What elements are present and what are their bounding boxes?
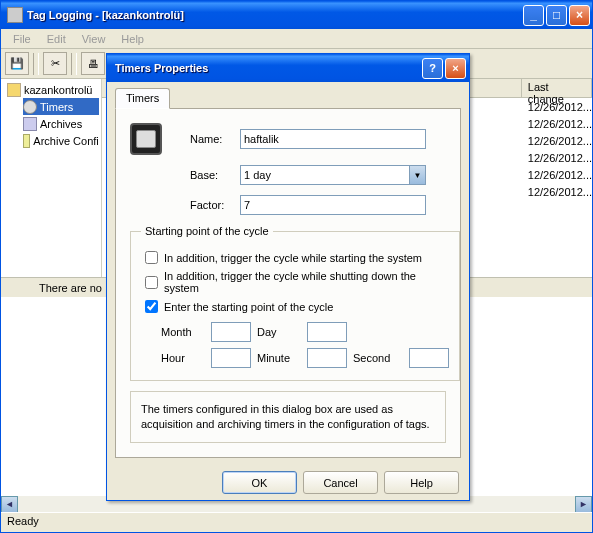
ok-button[interactable]: OK — [222, 471, 297, 494]
second-field[interactable] — [409, 348, 449, 368]
day-field[interactable] — [307, 322, 347, 342]
tree-root[interactable]: kazankontrolü — [7, 81, 99, 98]
tab-timers[interactable]: Timers — [115, 88, 170, 109]
printer-icon: 🖶 — [88, 58, 99, 70]
dialog-titlebar[interactable]: Timers Properties ? × — [107, 54, 469, 82]
factor-field[interactable] — [240, 195, 426, 215]
cancel-button[interactable]: Cancel — [303, 471, 378, 494]
tree-panel[interactable]: kazankontrolü Timers Archives Archive Co… — [1, 79, 102, 277]
trigger-shutdown-label: In addition, trigger the cycle while shu… — [164, 270, 449, 294]
scissors-icon: ✂ — [51, 57, 60, 70]
enter-start-checkbox[interactable] — [145, 300, 158, 313]
group-legend: Starting point of the cycle — [141, 225, 273, 237]
col-last-change[interactable]: Last change — [522, 79, 592, 97]
dialog-body: Timers Name: Base: ▼ Factor: Starting po… — [107, 82, 469, 466]
name-label: Name: — [190, 133, 240, 145]
app-icon — [7, 7, 23, 23]
status-text: Ready — [7, 515, 39, 527]
dialog-title: Timers Properties — [115, 62, 422, 74]
maximize-button[interactable]: □ — [546, 5, 567, 26]
archive-icon — [23, 117, 37, 131]
scroll-left-button[interactable]: ◄ — [1, 496, 18, 513]
base-value[interactable] — [240, 165, 409, 185]
clock-icon — [23, 100, 37, 114]
tree-timers[interactable]: Timers — [23, 98, 99, 115]
hour-label: Hour — [161, 352, 205, 364]
floppy-icon: 💾 — [10, 57, 24, 70]
row-date: 12/26/2012... — [522, 152, 592, 164]
scroll-right-button[interactable]: ► — [575, 496, 592, 513]
info-note: The timers configured in this dialog box… — [130, 391, 446, 443]
menu-edit[interactable]: Edit — [39, 31, 74, 47]
base-dropdown[interactable]: ▼ — [240, 165, 426, 185]
cut-button[interactable]: ✂ — [43, 52, 67, 75]
status-bar: Ready — [1, 512, 592, 532]
print-button[interactable]: 🖶 — [81, 52, 105, 75]
enter-start-label: Enter the starting point of the cycle — [164, 301, 333, 313]
tree-archives[interactable]: Archives — [23, 115, 99, 132]
help-button[interactable]: Help — [384, 471, 459, 494]
row-date: 12/26/2012... — [522, 118, 592, 130]
dialog-close-button[interactable]: × — [445, 58, 466, 79]
menu-help[interactable]: Help — [113, 31, 152, 47]
tree-root-label: kazankontrolü — [24, 84, 93, 96]
save-button[interactable]: 💾 — [5, 52, 29, 75]
row-date: 12/26/2012... — [522, 101, 592, 113]
config-icon — [23, 134, 30, 148]
dialog-help-button[interactable]: ? — [422, 58, 443, 79]
menubar: File Edit View Help — [1, 29, 592, 49]
dialog-tabstrip: Timers — [115, 88, 461, 109]
starting-point-group: Starting point of the cycle In addition,… — [130, 225, 460, 381]
tree-archives-label: Archives — [40, 118, 82, 130]
trigger-shutdown-checkbox[interactable] — [145, 276, 158, 289]
tab-page: Name: Base: ▼ Factor: Starting point of … — [115, 109, 461, 458]
name-field[interactable] — [240, 129, 426, 149]
message-text: There are no — [39, 282, 102, 294]
base-label: Base: — [190, 169, 240, 181]
tree-timers-label: Timers — [40, 101, 73, 113]
menu-file[interactable]: File — [5, 31, 39, 47]
toolbar-separator — [71, 53, 77, 75]
minute-label: Minute — [257, 352, 301, 364]
timers-properties-dialog: Timers Properties ? × Timers Name: Base:… — [106, 53, 470, 501]
month-field[interactable] — [211, 322, 251, 342]
tree-config[interactable]: Archive Confi — [23, 132, 99, 149]
hour-field[interactable] — [211, 348, 251, 368]
main-titlebar[interactable]: Tag Logging - [kazankontrolü] _ □ × — [1, 1, 592, 29]
month-label: Month — [161, 326, 205, 338]
stopwatch-icon — [130, 123, 162, 155]
trigger-start-label: In addition, trigger the cycle while sta… — [164, 252, 422, 264]
trigger-start-checkbox[interactable] — [145, 251, 158, 264]
row-date: 12/26/2012... — [522, 135, 592, 147]
row-date: 12/26/2012... — [522, 186, 592, 198]
day-label: Day — [257, 326, 301, 338]
dropdown-arrow-icon[interactable]: ▼ — [409, 165, 426, 185]
minimize-button[interactable]: _ — [523, 5, 544, 26]
second-label: Second — [353, 352, 403, 364]
window-title: Tag Logging - [kazankontrolü] — [27, 9, 523, 21]
close-button[interactable]: × — [569, 5, 590, 26]
menu-view[interactable]: View — [74, 31, 114, 47]
toolbar-separator — [33, 53, 39, 75]
minute-field[interactable] — [307, 348, 347, 368]
row-date: 12/26/2012... — [522, 169, 592, 181]
folder-icon — [7, 83, 21, 97]
dialog-button-row: OK Cancel Help — [107, 466, 469, 500]
factor-label: Factor: — [190, 199, 240, 211]
tree-config-label: Archive Confi — [33, 135, 98, 147]
